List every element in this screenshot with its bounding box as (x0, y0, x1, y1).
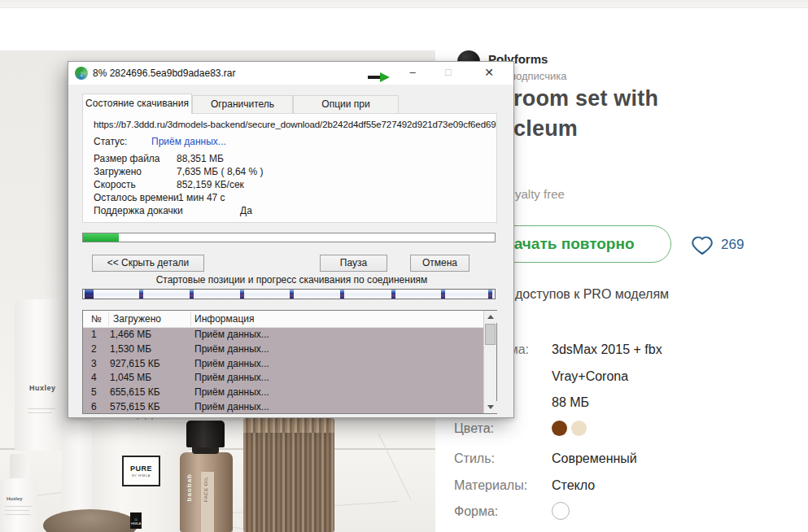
idm-app-icon: ↓ (75, 67, 88, 80)
connection-marker (85, 290, 94, 299)
progress-fill (83, 233, 119, 242)
header-separator (190, 312, 191, 326)
row-downloaded: 655,615 КБ (110, 386, 160, 400)
candle-sub-text: BY HIMLA (132, 473, 151, 477)
label-text-line (5, 510, 29, 511)
download-again-label: Скачать повторно (495, 235, 634, 253)
page-title-line-2: cleum (513, 116, 578, 142)
resume-support-label: Поддержка докачки (94, 205, 183, 216)
row-downloaded: 575,615 КБ (110, 400, 160, 413)
table-row[interactable]: 6 575,615 КБ Приём данных... (83, 400, 483, 413)
scroll-down-button[interactable] (484, 401, 497, 413)
maximize-button[interactable]: □ (432, 62, 465, 84)
connection-marker (391, 290, 395, 299)
dialog-title: 8% 2824696.5ea9bd9adae83.rar (93, 62, 236, 85)
row-info: Приём данных... (194, 400, 269, 413)
face-oil-brand-text: baobab (186, 473, 193, 501)
row-number: 1 (91, 328, 97, 342)
color-dot-brown (552, 421, 567, 436)
marble-vein (378, 434, 411, 499)
pause-button[interactable]: Пауза (320, 255, 387, 272)
arrow-shaft (368, 76, 381, 79)
dialog-titlebar[interactable]: ↓ 8% 2824696.5ea9bd9adae83.rar – □ ✕ (68, 62, 513, 85)
row-downloaded: 1,466 МБ (110, 328, 151, 342)
connections-table: № Загружено Информация 1 1,466 МБ Приём … (82, 310, 497, 414)
row-info: Приём данных... (194, 342, 269, 357)
row-info: Приём данных... (194, 328, 269, 342)
prop-platform-value: 3dsMax 2015 + fbx (552, 342, 662, 357)
prop-materials-label: Материалы: (454, 478, 527, 493)
prop-style-label: Стиль: (454, 451, 495, 466)
screenshot-root: Huxley Huxley PURE BY HIMLA baobab FACE … (0, 0, 808, 532)
connection-marker (441, 290, 445, 299)
cancel-button[interactable]: Отмена (410, 255, 470, 272)
downloaded-value: 7,635 МБ ( 8,64 % ) (177, 166, 264, 177)
header-separator (108, 312, 109, 326)
time-left-label: Осталось времени (94, 192, 179, 203)
tab-download-status[interactable]: Состояние скачивания (82, 94, 192, 114)
prop-materials-value: Стекло (552, 478, 595, 493)
tab-on-completion[interactable]: Опции при завершении (293, 95, 399, 114)
file-size-value: 88,351 МБ (177, 153, 224, 164)
row-downloaded: 1,530 МБ (110, 342, 151, 357)
connection-marker (488, 290, 492, 299)
table-row[interactable]: 2 1,530 МБ Приём данных... (83, 342, 483, 357)
table-body: 1 1,466 МБ Приём данных... 2 1,530 МБ Пр… (83, 328, 483, 413)
tab-speed-limiter[interactable]: Ограничитель скорости (192, 95, 293, 114)
table-row[interactable]: 5 655,615 КБ Приём данных... (83, 386, 483, 400)
prop-colors-label: Цвета: (454, 421, 494, 436)
row-number: 4 (91, 371, 97, 386)
downloaded-label: Загружено (94, 166, 142, 177)
dropper-bottle-cap (10, 454, 29, 480)
time-left-value: 1 мин 47 с (178, 192, 225, 203)
table-row[interactable]: 1 1,466 МБ Приём данных... (83, 328, 483, 342)
huxley-small-label: Huxley (7, 496, 23, 501)
row-downloaded: 927,615 КБ (110, 357, 160, 372)
huxley-label: Huxley (29, 384, 56, 392)
chevron-down-icon (487, 405, 494, 409)
row-number: 6 (91, 400, 97, 413)
row-number: 5 (91, 386, 97, 400)
green-arrow-icon (368, 72, 391, 84)
resume-support-value: Да (240, 205, 252, 216)
cosmetic-bottle (15, 299, 67, 451)
tag-text: HIMLA (131, 521, 141, 525)
table-row[interactable]: 4 1,045 МБ Приём данных... (83, 371, 483, 386)
connections-bar (82, 289, 496, 299)
scroll-thumb[interactable] (485, 324, 496, 345)
table-row[interactable]: 3 927,615 КБ Приём данных... (83, 357, 483, 372)
status-group-box: https://b7.3ddd.ru/3dmodels-backend/secu… (82, 113, 497, 223)
heart-icon[interactable] (688, 233, 716, 257)
table-header: № Загружено Информация (83, 311, 496, 328)
idm-download-dialog: ↓ 8% 2824696.5ea9bd9adae83.rar – □ ✕ Сос… (68, 61, 514, 418)
label-text-line (5, 506, 33, 507)
minimize-button[interactable]: – (396, 62, 429, 84)
arrow-head (380, 72, 390, 82)
col-info: Информация (194, 311, 254, 328)
status-value: Приём данных... (151, 136, 226, 147)
connection-marker (139, 290, 143, 299)
pro-access-text: доступов к PRO моделям (515, 287, 669, 302)
hide-details-button[interactable]: << Скрыть детали (92, 255, 204, 272)
connection-marker (340, 290, 344, 299)
label-text-line (28, 412, 52, 413)
face-oil-cap-cone (192, 447, 219, 454)
idm-icon-glyph: ↓ (80, 69, 84, 78)
candle-brand-text: PURE (130, 464, 152, 473)
prop-render-value: Vray+Corona (552, 369, 628, 384)
overall-progress-bar (82, 233, 496, 242)
himla-tag: ⌂ HIMLA (130, 512, 142, 529)
file-size-label: Размер файла (94, 153, 160, 164)
like-widget[interactable]: 269 (688, 233, 744, 257)
subscribers-count: подписчика (510, 70, 566, 82)
page-top-strip (0, 0, 808, 8)
label-text-line (5, 514, 31, 515)
connection-marker (190, 290, 194, 299)
connections-caption: Стартовые позиции и прогресс скачивания … (68, 274, 515, 286)
scroll-up-button[interactable] (484, 311, 497, 323)
table-scrollbar[interactable] (483, 311, 496, 413)
close-button[interactable]: ✕ (470, 62, 508, 84)
col-number: № (91, 311, 102, 328)
download-url: https://b7.3ddd.ru/3dmodels-backend/secu… (94, 120, 496, 129)
vase-rim (243, 418, 334, 433)
